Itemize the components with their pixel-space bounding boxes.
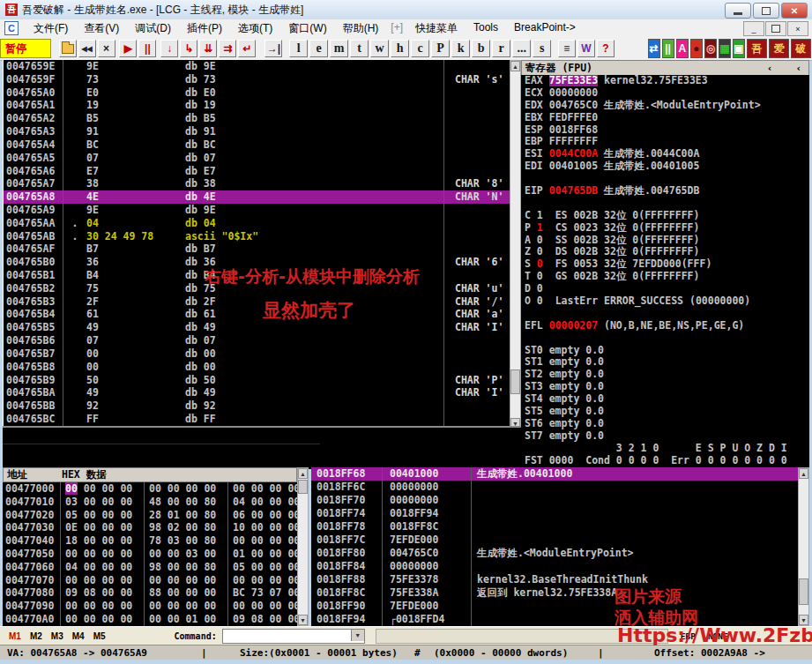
- mdi-minimize-button[interactable]: _: [743, 21, 764, 36]
- disasm-row[interactable]: 0047659F73db 73CHAR 's': [4, 73, 510, 86]
- toolbar-letter-m-button[interactable]: m: [330, 40, 348, 57]
- register-line[interactable]: ST6 empty 0.0: [525, 418, 809, 430]
- toolbar-letter-h-button[interactable]: h: [391, 40, 409, 57]
- stack-row[interactable]: 0018FF7000000000: [311, 494, 798, 507]
- dump-row[interactable]: 0047709000 00 00 0000 00 00 0000 00 00 0…: [3, 600, 297, 613]
- disasm-row[interactable]: 004765BB92db 92: [4, 399, 510, 413]
- disasm-row[interactable]: 004765A391db 91: [4, 125, 510, 138]
- dump-row[interactable]: 004770A000 00 00 0000 00 01 0009 08 00 0…: [3, 613, 297, 626]
- stack-row[interactable]: 0018FF740018FF94: [311, 507, 798, 520]
- register-line[interactable]: EBX FEDFFFE0: [525, 112, 809, 124]
- close-button[interactable]: ✕: [781, 3, 808, 19]
- register-line[interactable]: EDI 00401005 生成带姓.00401005: [525, 160, 809, 173]
- toolbar-letter-b-button[interactable]: b: [472, 40, 490, 57]
- register-line[interactable]: [525, 308, 809, 320]
- register-line[interactable]: EDX 004765C0 生成带姓.<ModuleEntryPoint>: [525, 100, 809, 112]
- brand-button-1[interactable]: 爱: [769, 39, 789, 58]
- mdi-close-button[interactable]: ×: [787, 21, 808, 36]
- register-line[interactable]: Z 0 DS 002B 32位 0(FFFFFFFF): [525, 246, 809, 258]
- disasm-row[interactable]: 004765B700db 00: [4, 347, 510, 361]
- registers-pane[interactable]: EAX 75FE33E3 kernel32.75FE33E3ECX 000000…: [521, 75, 809, 467]
- register-line[interactable]: ST5 empty 0.0: [525, 406, 809, 418]
- disasm-row[interactable]: 004765A507db 07: [4, 152, 510, 165]
- disasm-row[interactable]: 004765B800db 00: [4, 361, 510, 374]
- menu-item-0[interactable]: 文件(F): [26, 19, 76, 38]
- register-line[interactable]: EIP 004765DB 生成带姓.004765DB: [525, 185, 809, 198]
- disasm-row[interactable]: 004765B950db 50CHAR 'P': [4, 374, 510, 387]
- stack-row[interactable]: 0018FF80004765C0生成带姓.<ModuleEntryPoint>: [311, 547, 798, 560]
- register-line[interactable]: ESI 0044C00A 生成带姓.0044C00A: [525, 148, 809, 160]
- dump-row[interactable]: 004770300E 00 00 0098 02 00 8010 00 00 0…: [3, 521, 297, 534]
- stack-row[interactable]: 0018FF907EFDE000: [311, 600, 798, 613]
- disasm-row[interactable]: 004765B607db 07: [4, 334, 510, 347]
- close-program-button[interactable]: ×: [98, 40, 115, 57]
- disassembly-pane[interactable]: 0047659E9Edb 9E0047659F73db 73CHAR 's'00…: [3, 60, 510, 426]
- register-line[interactable]: ST1 empty 0.0: [525, 356, 809, 369]
- register-line[interactable]: D 0: [525, 283, 809, 295]
- dump-scroll-up-icon[interactable]: ▲: [298, 468, 308, 479]
- title-bar[interactable]: 吾 吾爱破解 - 生成带姓名.exe - [LCG - 主线程, 模块 - 生成…: [0, 0, 812, 20]
- toolbar-letter-w-button[interactable]: w: [370, 40, 389, 57]
- register-line[interactable]: ST7 empty 0.0: [525, 430, 809, 443]
- dump-row[interactable]: 0047706004 00 00 0098 00 00 8005 00 00 0…: [3, 561, 297, 574]
- register-line[interactable]: A 0 SS 002B 32位 0(FFFFFFFF): [525, 235, 809, 247]
- swap-plugin-button[interactable]: ⇄: [648, 39, 660, 58]
- record-plugin-button[interactable]: ●: [690, 39, 703, 58]
- disasm-row[interactable]: 004765AA.04db 04: [4, 217, 510, 230]
- scroll-up-icon[interactable]: ▲: [510, 61, 520, 71]
- register-line[interactable]: EFL 00000207 (NO,B,NE,BE,NS,PE,GE,G): [525, 320, 809, 332]
- register-line[interactable]: [525, 173, 809, 185]
- register-line[interactable]: T 0 GS 002B 32位 0(FFFFFFFF): [525, 271, 809, 283]
- registers-scroll-left2-icon[interactable]: ‹: [795, 63, 801, 74]
- stack-row[interactable]: 0018FF8875FE3378kernel32.BaseThreadInitT…: [311, 573, 798, 586]
- dump-row[interactable]: 0047707000 00 00 0000 00 00 0000 00 00 0…: [3, 574, 297, 587]
- register-line[interactable]: C 1 ES 002B 32位 0(FFFFFFFF): [525, 210, 809, 222]
- dump-scrollbar[interactable]: ▲ ▼: [297, 467, 309, 626]
- register-line[interactable]: [525, 332, 809, 345]
- register-line[interactable]: FST 0000 Cond 0 0 0 0 Err 0 0 0 0 0 0 0 …: [525, 455, 809, 467]
- stack-row[interactable]: 0018FF6800401000生成带姓.00401000: [311, 467, 798, 481]
- stack-row[interactable]: 0018FF780018FF8C: [311, 520, 798, 533]
- restore-button[interactable]: [753, 3, 779, 19]
- menu-item-5[interactable]: 窗口(W): [280, 19, 334, 38]
- pause-button[interactable]: ||: [138, 40, 156, 57]
- stack-row[interactable]: 0018FF8400000000: [311, 560, 798, 573]
- stack-scroll-thumb[interactable]: [799, 578, 808, 605]
- menu-item-4[interactable]: 选项(T): [230, 19, 280, 38]
- toolbar-letter-k-button[interactable]: k: [451, 40, 470, 57]
- screen-plugin-button[interactable]: ▣: [733, 39, 745, 58]
- register-line[interactable]: ST3 empty 0.0: [525, 381, 809, 393]
- register-line[interactable]: [525, 198, 809, 210]
- minimize-button[interactable]: [725, 3, 751, 19]
- stack-scrollbar[interactable]: ▲ ▼: [798, 467, 809, 626]
- register-line[interactable]: ECX 00000000: [525, 87, 809, 100]
- open-file-button[interactable]: [59, 40, 77, 57]
- menu-item-6[interactable]: 帮助(H): [335, 19, 387, 38]
- disasm-row[interactable]: 004765A738db 38CHAR '8': [4, 177, 510, 190]
- register-line[interactable]: EBP FFFFFFFF: [525, 136, 809, 148]
- disasm-row[interactable]: 004765A2B5db B5: [4, 112, 510, 125]
- step-into-button[interactable]: ↓: [160, 40, 178, 57]
- toolbar-letter-r-button[interactable]: r: [492, 40, 510, 57]
- run-button[interactable]: ▶: [119, 40, 137, 57]
- brand-button-2[interactable]: 破: [791, 39, 811, 58]
- disasm-row[interactable]: 004765B32Fdb 2FCHAR '/': [4, 295, 510, 309]
- disasm-row[interactable]: 004765B461db 61CHAR 'a': [4, 308, 510, 321]
- memory-tab-M2[interactable]: M2: [30, 631, 42, 641]
- register-line[interactable]: 3 2 1 0 E S P U O Z D I: [525, 443, 809, 455]
- disasm-row[interactable]: 004765AB.30 24 49 78ascii "0$Ix": [4, 230, 510, 243]
- disasm-row[interactable]: 004765A84Edb 4ECHAR 'N': [4, 190, 510, 204]
- mdi-restore-button[interactable]: [765, 21, 786, 36]
- memory-tab-M3[interactable]: M3: [51, 631, 63, 641]
- stack-row[interactable]: 0018FF6C00000000: [311, 481, 798, 494]
- register-line[interactable]: O 0 LastErr ERROR_SUCCESS (00000000): [525, 295, 809, 308]
- toolbar-letter-...-button[interactable]: ...: [512, 40, 531, 57]
- register-line[interactable]: EAX 75FE33E3 kernel32.75FE33E3: [525, 75, 809, 87]
- toolbar-letter-l-button[interactable]: l: [289, 40, 308, 57]
- command-dropdown-icon[interactable]: ▼: [351, 630, 364, 641]
- dump-row[interactable]: 0047700000 00 00 0000 00 00 0000 00 00 0…: [3, 482, 297, 496]
- stack-row[interactable]: 0018FF8C75FE338A返回到 kernel32.75FE338A: [311, 586, 798, 600]
- dump-row[interactable]: 0047704018 00 00 0078 03 00 8000 00 00 0…: [3, 534, 297, 548]
- animate-into-button[interactable]: ⇊: [199, 40, 217, 57]
- dump-scroll-thumb[interactable]: [298, 480, 308, 494]
